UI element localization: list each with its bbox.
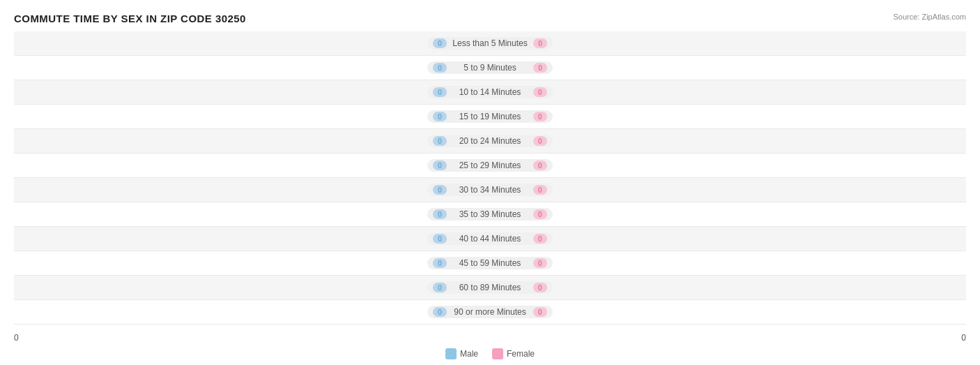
male-value: 0	[433, 136, 447, 146]
pill-text: 30 to 34 Minutes	[457, 185, 524, 195]
female-bar-area	[553, 86, 966, 98]
female-value: 0	[533, 161, 547, 170]
center-pill: 0 Less than 5 Minutes 0	[427, 37, 553, 50]
male-value: 0	[433, 38, 447, 48]
female-swatch	[492, 348, 503, 359]
male-value: 0	[433, 87, 447, 97]
female-bar-area	[553, 159, 966, 172]
table-row: 0 60 to 89 Minutes 0	[14, 276, 966, 300]
female-value: 0	[533, 112, 547, 121]
chart-container: COMMUTE TIME BY SEX IN ZIP CODE 30250 So…	[0, 0, 980, 365]
male-bar-area	[14, 37, 427, 50]
bottom-area: 0 0 Male Female	[14, 333, 966, 359]
center-pill: 0 25 to 29 Minutes 0	[427, 159, 553, 172]
female-bar-area	[553, 110, 966, 123]
female-value: 0	[533, 209, 547, 219]
legend-row: Male Female	[14, 348, 966, 359]
female-label: Female	[507, 349, 535, 359]
table-row: 0 40 to 44 Minutes 0	[14, 227, 966, 251]
table-row: 0 20 to 24 Minutes 0	[14, 129, 966, 154]
center-pill: 0 35 to 39 Minutes 0	[427, 208, 553, 221]
table-row: 0 15 to 19 Minutes 0	[14, 105, 966, 129]
male-value: 0	[433, 161, 447, 170]
female-bar-area	[553, 184, 966, 196]
pill-text: 90 or more Minutes	[451, 307, 528, 317]
pill-text: 20 to 24 Minutes	[457, 136, 524, 146]
pill-text: 5 to 9 Minutes	[461, 63, 519, 73]
male-bar-area	[14, 110, 427, 123]
center-pill: 0 15 to 19 Minutes 0	[427, 110, 553, 123]
male-bar-area	[14, 257, 427, 269]
pill-text: 15 to 19 Minutes	[457, 112, 524, 121]
male-value: 0	[433, 112, 447, 121]
table-row: 0 10 to 14 Minutes 0	[14, 80, 966, 105]
female-value: 0	[533, 38, 547, 48]
center-pill: 0 40 to 44 Minutes 0	[427, 232, 553, 245]
male-bar-area	[14, 306, 427, 318]
female-bar-area	[553, 257, 966, 269]
pill-text: 45 to 59 Minutes	[457, 258, 524, 268]
center-pill: 0 20 to 24 Minutes 0	[427, 135, 553, 147]
pill-text: 10 to 14 Minutes	[457, 87, 524, 97]
table-row: 0 30 to 34 Minutes 0	[14, 178, 966, 202]
female-bar-area	[553, 232, 966, 245]
pill-text: 35 to 39 Minutes	[457, 209, 524, 219]
male-bar-area	[14, 135, 427, 147]
table-row: 0 35 to 39 Minutes 0	[14, 202, 966, 227]
male-value: 0	[433, 185, 447, 195]
table-row: 0 45 to 59 Minutes 0	[14, 251, 966, 276]
table-row: 0 90 or more Minutes 0	[14, 300, 966, 325]
male-value: 0	[433, 307, 447, 317]
table-row: 0 5 to 9 Minutes 0	[14, 56, 966, 80]
male-bar-area	[14, 232, 427, 245]
female-value: 0	[533, 307, 547, 317]
axis-row: 0 0	[14, 333, 966, 343]
male-swatch	[445, 348, 457, 359]
female-bar-area	[553, 306, 966, 318]
female-bar-area	[553, 208, 966, 221]
male-bar-area	[14, 159, 427, 172]
chart-title: COMMUTE TIME BY SEX IN ZIP CODE 30250	[14, 13, 246, 24]
axis-right: 0	[961, 333, 966, 343]
legend-female: Female	[492, 348, 535, 359]
male-bar-area	[14, 61, 427, 74]
male-value: 0	[433, 283, 447, 292]
female-value: 0	[533, 234, 547, 244]
male-value: 0	[433, 258, 447, 268]
male-bar-area	[14, 86, 427, 98]
bars-section: 0 Less than 5 Minutes 0 0 5 to 9 Minutes…	[14, 31, 966, 325]
female-bar-area	[553, 135, 966, 147]
male-value: 0	[433, 209, 447, 219]
pill-text: 60 to 89 Minutes	[457, 283, 524, 292]
pill-text: 40 to 44 Minutes	[457, 234, 524, 244]
female-value: 0	[533, 258, 547, 268]
female-bar-area	[553, 281, 966, 294]
pill-text: Less than 5 Minutes	[450, 38, 530, 48]
center-pill: 0 30 to 34 Minutes 0	[427, 184, 553, 196]
male-value: 0	[433, 63, 447, 73]
female-value: 0	[533, 185, 547, 195]
source-text: Source: ZipAtlas.com	[893, 13, 966, 21]
center-pill: 0 5 to 9 Minutes 0	[427, 61, 553, 74]
male-label: Male	[460, 349, 478, 359]
axis-left: 0	[14, 333, 19, 343]
male-bar-area	[14, 208, 427, 221]
female-value: 0	[533, 136, 547, 146]
female-value: 0	[533, 87, 547, 97]
table-row: 0 Less than 5 Minutes 0	[14, 31, 966, 56]
female-value: 0	[533, 63, 547, 73]
male-value: 0	[433, 234, 447, 244]
female-bar-area	[553, 61, 966, 74]
male-bar-area	[14, 184, 427, 196]
center-pill: 0 45 to 59 Minutes 0	[427, 257, 553, 269]
female-bar-area	[553, 37, 966, 50]
center-pill: 0 60 to 89 Minutes 0	[427, 281, 553, 294]
pill-text: 25 to 29 Minutes	[457, 161, 524, 170]
female-value: 0	[533, 283, 547, 292]
center-pill: 0 10 to 14 Minutes 0	[427, 86, 553, 98]
male-bar-area	[14, 281, 427, 294]
center-pill: 0 90 or more Minutes 0	[427, 306, 553, 318]
title-row: COMMUTE TIME BY SEX IN ZIP CODE 30250 So…	[14, 13, 966, 24]
legend-male: Male	[445, 348, 478, 359]
table-row: 0 25 to 29 Minutes 0	[14, 154, 966, 178]
